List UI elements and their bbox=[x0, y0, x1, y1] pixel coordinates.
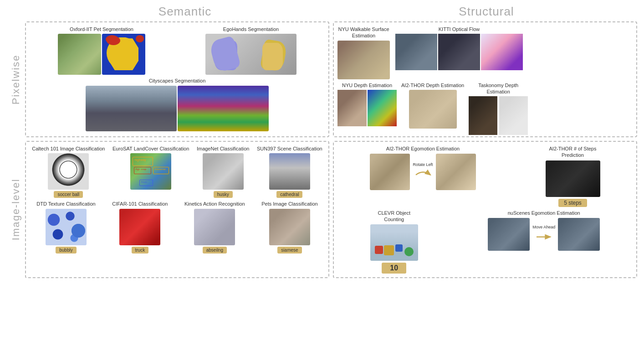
pws-bottom-row: Cityscapes Segmentation bbox=[30, 78, 325, 131]
soccer-img bbox=[48, 153, 89, 190]
pw-struct-top: NYU Walkable Surface Estimation KITTI Op… bbox=[337, 26, 633, 79]
ai2thor-depth-block: AI2-THOR Depth Estimation bbox=[401, 82, 464, 129]
nyu-depth-title: NYU Depth Estimation bbox=[342, 82, 392, 88]
kitti-img-2 bbox=[438, 34, 480, 70]
image-level-label: Image-level bbox=[7, 141, 25, 278]
nuscenes-block: nuScenes Egomotion Estimation Move Ahead bbox=[488, 210, 600, 251]
nyu-depth-img bbox=[337, 90, 397, 126]
ils-semantic-quadrant: Caltech 101 Image Classification soccer … bbox=[25, 141, 329, 278]
egomotion-title: AI2-THOR Egomotion Estimation bbox=[386, 145, 460, 152]
egohands-img bbox=[205, 34, 296, 75]
ils-row1: Caltech 101 Image Classification soccer … bbox=[30, 145, 325, 198]
cathedral-label: cathedral bbox=[276, 191, 302, 198]
oxford-seg-img bbox=[102, 34, 145, 75]
rotate-left-label: Rotate Left bbox=[413, 162, 433, 167]
dtd-title: DTD Texture Classification bbox=[36, 201, 95, 207]
cityscapes-title: Cityscapes Segmentation bbox=[149, 78, 206, 84]
ils-struct-top: AI2-THOR Egomotion Estimation Rotate Lef… bbox=[337, 145, 633, 207]
rows-container: Pixelwise Oxford-IIT Pet Segmentation bbox=[7, 21, 637, 352]
caltech-block: Caltech 101 Image Classification soccer … bbox=[32, 145, 105, 198]
image-level-section: Caltech 101 Image Classification soccer … bbox=[25, 141, 637, 278]
taskonomy-photo bbox=[469, 96, 497, 135]
siamese-label: siamese bbox=[277, 247, 302, 254]
egomotion-img2 bbox=[436, 154, 476, 190]
pets-img bbox=[269, 209, 310, 245]
nyu-depth-map bbox=[368, 90, 397, 126]
top-headers: Semantic Structural bbox=[7, 5, 637, 19]
imagenet-block: ImageNet Classification husky bbox=[197, 145, 250, 198]
move-ahead-label: Move Ahead bbox=[532, 225, 555, 230]
structural-header: Structural bbox=[336, 5, 637, 19]
kitti-img bbox=[395, 34, 523, 70]
truck-label: truck bbox=[132, 247, 149, 254]
rotate-left-svg bbox=[414, 168, 432, 182]
steps-title: AI2-THOR # of Steps Prediction bbox=[549, 145, 597, 159]
egomotion-block: AI2-THOR Egomotion Estimation Rotate Lef… bbox=[370, 145, 475, 190]
taskonomy-depth-title: Taskonomy Depth Estimation bbox=[478, 82, 518, 95]
nyu-walk-block: NYU Walkable Surface Estimation bbox=[337, 26, 390, 79]
eurosat-block: EuroSAT LandCover Classification highway… bbox=[112, 145, 189, 198]
move-ahead-svg bbox=[535, 230, 553, 244]
steps-badge: 5 steps bbox=[558, 199, 587, 207]
taskonomy-depth-img bbox=[469, 96, 528, 133]
nuscenes-img1 bbox=[488, 218, 530, 251]
kitti-img-3 bbox=[481, 34, 523, 70]
ai2thor-depth-title: AI2-THOR Depth Estimation bbox=[401, 82, 464, 88]
nyu-depth-photo bbox=[337, 90, 367, 126]
ai2thor-depth-img bbox=[409, 90, 457, 129]
oxford-img-pair bbox=[58, 34, 145, 75]
cifar-block: CIFAR-101 Classification truck bbox=[112, 201, 168, 253]
taskonomy-depth-map bbox=[499, 96, 528, 135]
imagenet-img bbox=[203, 153, 244, 190]
oxford-cat-img bbox=[58, 34, 101, 75]
egohands-block: EgoHands Segmentation bbox=[205, 26, 296, 75]
taskonomy-depth-block: Taskonomy Depth Estimation bbox=[469, 82, 528, 133]
abseilng-label: abseilng bbox=[203, 247, 227, 254]
husky-label: husky bbox=[214, 191, 233, 198]
bubbly-label: bubbly bbox=[56, 247, 76, 254]
cifar-img bbox=[119, 209, 160, 245]
pixelwise-label: Pixelwise bbox=[7, 21, 25, 137]
nyu-walk-title: NYU Walkable Surface Estimation bbox=[338, 26, 389, 39]
clevr-title: CLEVR Object Counting bbox=[378, 210, 410, 223]
pets-title: Pets Image Classification bbox=[261, 201, 318, 207]
egomotion-images: Rotate Left bbox=[370, 154, 475, 190]
dtd-block: DTD Texture Classification bubbly bbox=[36, 201, 95, 253]
sun397-img bbox=[269, 153, 310, 190]
clevr-number: 10 bbox=[382, 263, 406, 274]
oxford-title: Oxford-IIT Pet Segmentation bbox=[70, 26, 133, 32]
cifar-title: CIFAR-101 Classification bbox=[112, 201, 168, 207]
cityscapes-photo-img bbox=[86, 86, 177, 131]
rotate-left-arrow: Rotate Left bbox=[413, 162, 433, 182]
caltech-title: Caltech 101 Image Classification bbox=[32, 145, 105, 152]
nuscenes-img2 bbox=[558, 218, 600, 251]
imagenet-title: ImageNet Classification bbox=[197, 145, 250, 152]
ils-structural-quadrant: AI2-THOR Egomotion Estimation Rotate Lef… bbox=[333, 141, 637, 278]
move-ahead-arrow: Move Ahead bbox=[532, 225, 555, 244]
steps-block: AI2-THOR # of Steps Prediction 5 steps bbox=[546, 145, 600, 207]
cityscapes-img-pair bbox=[86, 86, 269, 131]
clevr-img bbox=[370, 224, 418, 261]
kinetics-block: Kinetics Action Recognition abseilng bbox=[184, 201, 245, 253]
eurosat-title: EuroSAT LandCover Classification bbox=[112, 145, 189, 152]
clevr-block: CLEVR Object Counting bbox=[370, 210, 418, 274]
pixelwise-semantic-quadrant: Oxford-IIT Pet Segmentation bbox=[25, 21, 329, 137]
main-container: Semantic Structural Pixelwise bbox=[0, 0, 644, 357]
pets-block: Pets Image Classification siamese bbox=[261, 201, 318, 253]
oxford-pet-block: Oxford-IIT Pet Segmentation bbox=[58, 26, 145, 75]
kitti-title: KITTI Optical Flow bbox=[439, 26, 480, 32]
pixelwise-structural-quadrant: NYU Walkable Surface Estimation KITTI Op… bbox=[333, 21, 637, 137]
pw-struct-bottom: NYU Depth Estimation AI2-THOR Depth Esti… bbox=[337, 82, 633, 133]
kitti-img-1 bbox=[395, 34, 437, 70]
dtd-img bbox=[46, 209, 87, 245]
cityscapes-seg-img bbox=[178, 86, 269, 131]
kinetics-title: Kinetics Action Recognition bbox=[184, 201, 245, 207]
ils-row2: DTD Texture Classification bubbly CIFAR-… bbox=[30, 201, 325, 253]
cityscapes-block: Cityscapes Segmentation bbox=[86, 78, 269, 131]
pixelwise-section: Oxford-IIT Pet Segmentation bbox=[25, 21, 637, 137]
soccer-label: soccer ball bbox=[54, 191, 83, 198]
eurosat-img: highway Agr. crop Industrial River bbox=[130, 153, 171, 190]
sun397-block: SUN397 Scene Classification cathedral bbox=[257, 145, 322, 198]
nyu-walk-img bbox=[337, 41, 390, 79]
pws-top-row: Oxford-IIT Pet Segmentation bbox=[30, 26, 325, 75]
